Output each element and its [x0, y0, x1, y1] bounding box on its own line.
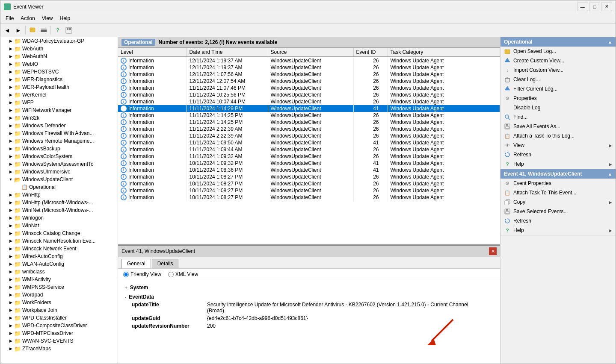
action-refresh-event[interactable]: Refresh [500, 216, 616, 226]
table-row[interactable]: i Information 11/11/2024 11:07:46 PM Win… [118, 85, 500, 91]
action-attach-task[interactable]: 📋 Attach a Task To this Log... [500, 131, 616, 141]
sidebar-item-webauth[interactable]: ▶ 📁 WebAuth [0, 45, 118, 53]
sidebar-item-winbackup[interactable]: ▶ 📁 WindowsBackup [0, 145, 118, 153]
sidebar-item-wired[interactable]: ▶ 📁 Wired-AutoConfig [0, 252, 118, 260]
tab-general[interactable]: General [121, 259, 151, 268]
action-refresh-operational[interactable]: Refresh [500, 150, 616, 159]
sidebar-item-wwan[interactable]: ▶ 📁 WWAN-SVC-EVENTS [0, 337, 118, 345]
maximize-button[interactable]: □ [589, 3, 600, 11]
action-attach-task-event[interactable]: 📋 Attach Task To This Event... [500, 188, 616, 197]
action-create-custom-view[interactable]: Create Custom View... [500, 56, 616, 65]
eventdata-section-header[interactable]: - EventData [125, 293, 493, 301]
action-copy[interactable]: Copy ▶ [500, 197, 616, 207]
close-button[interactable]: ✕ [601, 3, 612, 11]
action-find[interactable]: Find... [500, 112, 616, 122]
sidebar-item-winsock-name[interactable]: ▶ 📁 Winsock NameResolution Eve... [0, 237, 118, 245]
sidebar-item-wer-payload[interactable]: ▶ 📁 WER-PayloadHealth [0, 83, 118, 91]
friendly-view-option[interactable]: Friendly View [123, 271, 161, 277]
sidebar-item-webauthn[interactable]: ▶ 📁 WebAuthN [0, 53, 118, 60]
sidebar-item-wdag[interactable]: ▶ 📁 WDAG-PolicyEvaluator-GP [0, 37, 118, 45]
col-eventid[interactable]: Event ID [353, 48, 388, 57]
menu-file[interactable]: File [2, 15, 17, 22]
menu-help[interactable]: Help [56, 15, 74, 22]
action-event-properties[interactable]: ⚙ Event Properties [500, 179, 616, 188]
sidebar-item-workplace[interactable]: ▶ 📁 Workplace Join [0, 306, 118, 314]
table-row[interactable]: i Information 10/11/2024 1:08:27 PM Wind… [118, 173, 500, 180]
detail-close-button[interactable]: ✕ [489, 247, 497, 255]
table-row[interactable]: i Information 11/11/2024 10:07:44 PM Win… [118, 98, 500, 105]
table-row[interactable]: i Information 11/11/2024 1:14:29 PM Wind… [118, 105, 500, 112]
table-row[interactable]: i Information 12/11/2024 1:19:37 AM Wind… [118, 57, 500, 64]
table-row[interactable]: i Information 11/11/2024 10:25:56 PM Win… [118, 91, 500, 98]
sidebar-item-winnat[interactable]: ▶ 📁 WinNat [0, 222, 118, 229]
table-row[interactable]: i Information 10/11/2024 1:08:27 PM Wind… [118, 194, 500, 201]
xml-view-option[interactable]: XML View [168, 271, 198, 277]
sidebar-item-winlogon[interactable]: ▶ 📁 Winlogon [0, 214, 118, 222]
table-row[interactable]: i Information 11/11/2024 1:09:32 AM Wind… [118, 153, 500, 160]
sidebar-item-winupdateclient[interactable]: ▼ 📂 WindowsUpdateClient [0, 176, 118, 183]
sidebar-item-wininet[interactable]: ▶ 📁 WinINet (Microsoft-Windows-... [0, 206, 118, 214]
sidebar-item-wmi[interactable]: ▶ 📁 WMI-Activity [0, 276, 118, 283]
table-row[interactable]: i Information 10/11/2024 1:08:36 PM Wind… [118, 167, 500, 173]
help-button[interactable]: ? [53, 25, 63, 35]
events-table-container[interactable]: Level Date and Time Source Event ID Task… [118, 48, 500, 244]
scope-button[interactable] [64, 25, 74, 35]
action-disable-log[interactable]: Disable Log [500, 103, 616, 112]
minimize-button[interactable]: — [577, 3, 588, 11]
sidebar-item-wpd-class[interactable]: ▶ 📁 WPD-ClassInstaller [0, 314, 118, 322]
table-row[interactable]: i Information 12/11/2024 12:07:54 AM Win… [118, 78, 500, 85]
sidebar-item-winhttp[interactable]: ▶ 📁 WinHttp [0, 191, 118, 199]
table-row[interactable]: i Information 11/11/2024 1:14:25 PM Wind… [118, 119, 500, 126]
col-level[interactable]: Level [118, 48, 187, 57]
action-save-selected[interactable]: Save Selected Events... [500, 207, 616, 216]
table-row[interactable]: i Information 11/11/2024 1:09:44 AM Wind… [118, 146, 500, 153]
action-import-custom-view[interactable]: ↓ Import Custom View... [500, 65, 616, 75]
table-row[interactable]: i Information 12/11/2024 1:07:56 AM Wind… [118, 71, 500, 78]
table-row[interactable]: i Information 11/11/2024 1:09:50 AM Wind… [118, 139, 500, 146]
sidebar-item-wpd-composite[interactable]: ▶ 📁 WPD-CompositeClassDriver [0, 322, 118, 329]
menu-view[interactable]: View [38, 15, 56, 22]
table-row[interactable]: i Information 10/11/2024 1:09:32 PM Wind… [118, 160, 500, 167]
sidebar-item-winhttp-ms[interactable]: ▶ 📁 WinHttp (Microsoft-Windows-... [0, 199, 118, 206]
forward-button[interactable]: ► [13, 25, 24, 35]
action-view[interactable]: 👁 View ▶ [500, 141, 616, 150]
sidebar-item-operational[interactable]: 📋 Operational [0, 183, 118, 191]
sidebar-item-webio[interactable]: ▶ 📁 WebIO [0, 60, 118, 68]
sidebar-item-workfolders[interactable]: ▶ 📁 WorkFolders [0, 299, 118, 306]
table-row[interactable]: i Information 10/11/2024 1:08:27 PM Wind… [118, 180, 500, 187]
sidebar-item-wincolor[interactable]: ▶ 📁 WindowsColorSystem [0, 153, 118, 160]
sidebar-item-winsysassess[interactable]: ▶ 📁 WindowsSystemAssessmentTo [0, 160, 118, 168]
up-button[interactable] [27, 25, 38, 35]
sidebar-item-ztracemaps[interactable]: ▶ 📁 ZTraceMaps [0, 345, 118, 352]
action-properties[interactable]: ⚙ Properties [500, 94, 616, 103]
sidebar-item-winsock-net[interactable]: ▶ 📁 Winsock Network Event [0, 245, 118, 252]
sidebar-item-wfp[interactable]: ▶ 📁 WFP [0, 99, 118, 106]
action-help-event[interactable]: ? Help ▶ [500, 226, 616, 235]
tab-details[interactable]: Details [152, 259, 179, 268]
sidebar-item-wmbclass[interactable]: ▶ 📁 wmbclass [0, 268, 118, 276]
show-hide-button[interactable] [38, 25, 49, 35]
detail-content[interactable]: + System - EventData updateTitle Securit… [118, 280, 500, 364]
col-source[interactable]: Source [268, 48, 353, 57]
sidebar-item-wephostsvc[interactable]: ▶ 📁 WEPHOSTSVC [0, 68, 118, 76]
table-row[interactable]: i Information 12/11/2024 1:19:37 AM Wind… [118, 64, 500, 71]
action-help-operational[interactable]: ? Help ▶ [500, 159, 616, 169]
sidebar-item-wpd-mtp[interactable]: ▶ 📁 WPD-MTPClassDriver [0, 329, 118, 337]
sidebar-item-win32k[interactable]: ▶ 📁 Win32k [0, 114, 118, 122]
action-save-all-events[interactable]: Save All Events As... [500, 122, 616, 131]
sidebar-item-wer-diag[interactable]: ▶ 📁 WER-Diagnostics [0, 76, 118, 83]
system-section-header[interactable]: + System [125, 284, 493, 291]
col-taskcategory[interactable]: Task Category [388, 48, 500, 57]
sidebar-item-wmpnss[interactable]: ▶ 📁 WMPNSS-Service [0, 283, 118, 291]
sidebar-item-werkernel[interactable]: ▶ 📁 WerKernel [0, 91, 118, 99]
action-filter-current-log[interactable]: Filter Current Log... [500, 84, 616, 94]
action-open-saved-log[interactable]: Open Saved Log... [500, 47, 616, 56]
table-row[interactable]: i Information 11/11/2024 1:14:25 PM Wind… [118, 112, 500, 119]
sidebar-item-wifi[interactable]: ▶ 📁 WiFiNetworkManager [0, 106, 118, 114]
sidebar-item-wlan[interactable]: ▶ 📁 WLAN-AutoConfig [0, 260, 118, 268]
col-datetime[interactable]: Date and Time [187, 48, 268, 57]
sidebar-item-winuiimmersive[interactable]: ▶ 📁 WindowsUImmersive [0, 168, 118, 176]
table-row[interactable]: i Information 10/11/2024 1:08:27 PM Wind… [118, 187, 500, 194]
sidebar-item-winsock-catalog[interactable]: ▶ 📁 Winsock Catalog Change [0, 229, 118, 237]
sidebar-item-windefender[interactable]: ▶ 📁 Windows Defender [0, 122, 118, 129]
